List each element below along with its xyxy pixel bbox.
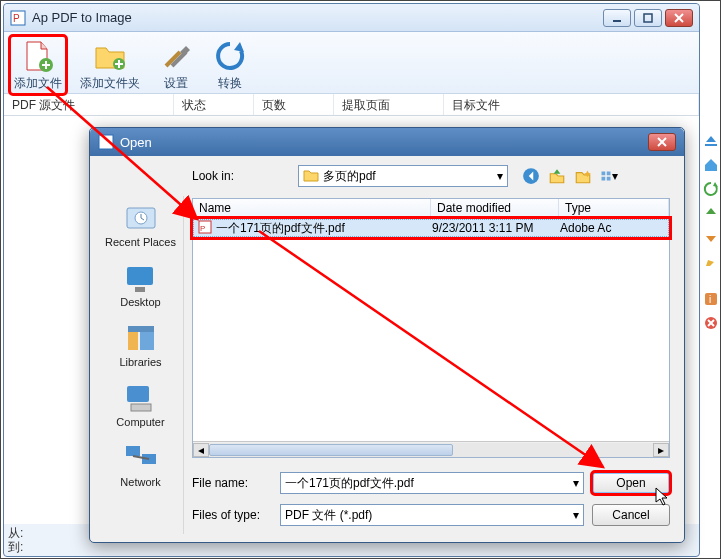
- svg-rect-26: [602, 177, 606, 181]
- col-pages[interactable]: 页数: [254, 94, 334, 115]
- close-button[interactable]: [665, 9, 693, 27]
- svg-rect-35: [127, 386, 149, 402]
- filetype-value: PDF 文件 (*.pdf): [285, 507, 372, 524]
- scroll-track[interactable]: [209, 443, 653, 457]
- svg-rect-27: [607, 177, 611, 181]
- folder-icon: [303, 168, 319, 185]
- toolbar-add-folder[interactable]: 添加文件夹: [76, 36, 144, 94]
- svg-rect-33: [140, 330, 154, 350]
- scroll-left-button[interactable]: ◂: [193, 443, 209, 457]
- minimize-button[interactable]: [603, 9, 631, 27]
- edit-icon[interactable]: [703, 253, 719, 269]
- col-extract[interactable]: 提取页面: [334, 94, 444, 115]
- svg-text:i: i: [709, 294, 711, 305]
- filename-label: File name:: [192, 476, 272, 490]
- toolbar-settings[interactable]: 设置: [154, 36, 198, 94]
- svg-rect-20: [99, 135, 113, 149]
- toolbar-add-folder-label: 添加文件夹: [80, 75, 140, 92]
- dialog-nav-icons: ▾: [522, 167, 618, 185]
- file-type: Adobe Ac: [560, 221, 668, 235]
- add-folder-icon: [92, 38, 128, 74]
- cancel-button-label: Cancel: [612, 508, 649, 522]
- lookin-value: 多页的pdf: [323, 168, 376, 185]
- svg-rect-34: [128, 326, 154, 332]
- file-list-header: Name Date modified Type: [193, 199, 669, 219]
- svg-text:P: P: [13, 13, 20, 24]
- add-file-icon: [20, 38, 56, 74]
- col-target[interactable]: 目标文件: [444, 94, 699, 115]
- open-dialog: Open Look in: 多页的pdf ▾ ▾ Recent Places: [89, 127, 685, 543]
- arrow-up-icon[interactable]: [703, 205, 719, 221]
- open-button[interactable]: Open: [592, 472, 670, 494]
- svg-rect-25: [607, 172, 611, 176]
- place-desktop[interactable]: Desktop: [118, 258, 162, 318]
- status-from: 从:: [8, 526, 23, 540]
- lookin-combo[interactable]: 多页的pdf ▾: [298, 165, 508, 187]
- recent-places-icon: [123, 202, 159, 234]
- toolbar-add-file[interactable]: 添加文件: [10, 36, 66, 94]
- toolbar: 添加文件 添加文件夹 设置 转换: [4, 32, 699, 94]
- dialog-bottom-form: File name: 一个171页的pdf文件.pdf ▾ Open Files…: [192, 470, 670, 534]
- new-folder-icon[interactable]: [574, 167, 592, 185]
- place-computer-label: Computer: [116, 416, 164, 428]
- dialog-close-button[interactable]: [648, 133, 676, 151]
- chevron-down-icon: ▾: [573, 508, 579, 522]
- filename-input[interactable]: 一个171页的pdf文件.pdf ▾: [280, 472, 584, 494]
- convert-icon: [212, 38, 248, 74]
- scroll-right-button[interactable]: ▸: [653, 443, 669, 457]
- pdf-file-icon: P: [198, 220, 212, 237]
- svg-rect-3: [644, 14, 652, 22]
- arrow-down-icon[interactable]: [703, 229, 719, 245]
- chevron-down-icon: ▾: [497, 169, 503, 183]
- place-recent-label: Recent Places: [105, 236, 176, 248]
- file-name: 一个171页的pdf文件.pdf: [216, 220, 345, 237]
- delete-icon[interactable]: [703, 315, 719, 331]
- cancel-button[interactable]: Cancel: [592, 504, 670, 526]
- view-menu-icon[interactable]: ▾: [600, 167, 618, 185]
- titlebar: P Ap PDF to Image: [4, 4, 699, 32]
- place-computer[interactable]: Computer: [114, 378, 166, 438]
- lookin-label: Look in:: [192, 169, 244, 183]
- place-network-label: Network: [120, 476, 160, 488]
- info-icon[interactable]: i: [703, 291, 719, 307]
- col-status[interactable]: 状态: [174, 94, 254, 115]
- status-to: 到:: [8, 540, 23, 554]
- svg-rect-32: [128, 330, 138, 350]
- dialog-title: Open: [120, 135, 648, 150]
- dialog-body: Look in: 多页的pdf ▾ ▾ Recent Places Deskto: [98, 162, 676, 534]
- home-icon[interactable]: [703, 157, 719, 173]
- scroll-top-icon[interactable]: [703, 133, 719, 149]
- settings-icon: [158, 38, 194, 74]
- place-libraries[interactable]: Libraries: [117, 318, 163, 378]
- toolbar-convert[interactable]: 转换: [208, 36, 252, 94]
- network-icon: [123, 442, 159, 474]
- place-network[interactable]: Network: [118, 438, 162, 498]
- dialog-icon: [98, 134, 114, 150]
- svg-rect-30: [127, 267, 153, 285]
- filehead-date[interactable]: Date modified: [431, 199, 559, 218]
- place-libraries-label: Libraries: [119, 356, 161, 368]
- filename-value: 一个171页的pdf文件.pdf: [285, 475, 414, 492]
- filetype-select[interactable]: PDF 文件 (*.pdf) ▾: [280, 504, 584, 526]
- toolbar-add-file-label: 添加文件: [14, 75, 62, 92]
- toolbar-convert-label: 转换: [218, 75, 242, 92]
- status-bar: 从: 到:: [8, 526, 23, 554]
- svg-text:P: P: [200, 224, 205, 233]
- up-one-level-icon[interactable]: [548, 167, 566, 185]
- window-title: Ap PDF to Image: [32, 10, 603, 25]
- back-icon[interactable]: [522, 167, 540, 185]
- maximize-button[interactable]: [634, 9, 662, 27]
- computer-icon: [122, 382, 158, 414]
- horizontal-scrollbar[interactable]: ◂ ▸: [193, 441, 669, 457]
- col-source[interactable]: PDF 源文件: [4, 94, 174, 115]
- scroll-thumb[interactable]: [209, 444, 453, 456]
- file-date: 9/23/2011 3:11 PM: [432, 221, 560, 235]
- file-row-selected[interactable]: P 一个171页的pdf文件.pdf 9/23/2011 3:11 PM Ado…: [193, 219, 669, 237]
- side-toolstrip: i: [702, 3, 720, 555]
- place-recent[interactable]: Recent Places: [103, 198, 178, 258]
- file-list[interactable]: Name Date modified Type P 一个171页的pdf文件.p…: [192, 198, 670, 458]
- filehead-type[interactable]: Type: [559, 199, 669, 218]
- svg-rect-14: [705, 144, 717, 146]
- refresh-icon[interactable]: [703, 181, 719, 197]
- filehead-name[interactable]: Name: [193, 199, 431, 218]
